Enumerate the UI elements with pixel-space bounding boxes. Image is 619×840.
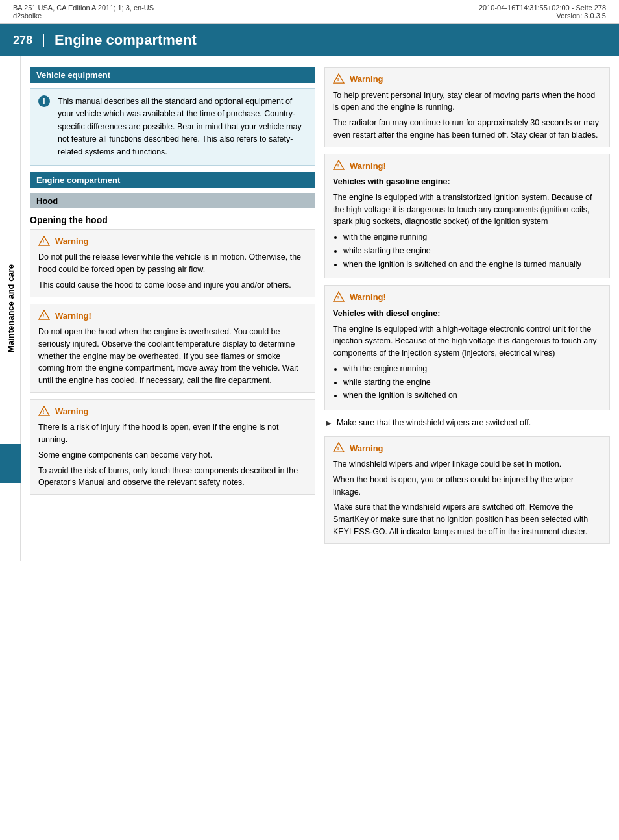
- vehicle-equipment-box: i This manual describes all the standard…: [30, 88, 315, 166]
- opening-hood-heading: Opening the hood: [30, 215, 315, 225]
- right-warning-2-text: Vehicles with gasoline engine: The engin…: [333, 176, 601, 270]
- left-warning-1-header: ! Warning: [38, 235, 307, 248]
- action-item: ► Make sure that the windshield wipers a…: [324, 417, 610, 430]
- left-warning-1-text: Do not pull the release lever while the …: [38, 251, 307, 291]
- warning-triangle-icon-r3: !: [333, 291, 346, 303]
- right-warning-2: ! Warning! Vehicles with gasoline engine…: [324, 154, 610, 279]
- left-warning-2-text: Do not open the hood when the engine is …: [38, 326, 307, 387]
- left-warning-1: ! Warning Do not pull the release lever …: [30, 229, 315, 297]
- svg-text:!: !: [337, 164, 339, 169]
- warning-triangle-icon-r2: !: [333, 160, 346, 171]
- svg-text:!: !: [43, 409, 45, 415]
- left-warning-3: ! Warning There is a risk of injury if t…: [30, 399, 315, 495]
- warning-triangle-icon-1: !: [38, 236, 51, 247]
- left-warning-2: ! Warning! Do not open the hood when the…: [30, 304, 315, 393]
- action-text: Make sure that the windshield wipers are…: [337, 417, 531, 430]
- vehicle-equipment-text: This manual describes all the standard a…: [58, 95, 307, 158]
- right-warning-2-list: with the engine running while starting t…: [343, 231, 601, 270]
- right-column: ! Warning To help prevent personal injur…: [324, 67, 610, 550]
- info-icon: i: [38, 95, 50, 107]
- sidebar: Maintenance and care: [0, 56, 21, 561]
- svg-text:!: !: [337, 77, 339, 82]
- warning-triangle-icon-2: !: [38, 310, 51, 321]
- vehicle-equipment-header: Vehicle equipment: [30, 67, 315, 83]
- warning-triangle-icon-r4: !: [333, 442, 346, 454]
- warning-triangle-icon-r1: !: [333, 73, 346, 85]
- meta-bar: BA 251 USA, CA Edition A 2011; 1; 3, en-…: [0, 0, 619, 24]
- meta-left: BA 251 USA, CA Edition A 2011; 1; 3, en-…: [13, 4, 154, 19]
- right-warning-4-text: The windshield wipers and wiper linkage …: [333, 458, 601, 538]
- left-warning-3-text: There is a risk of injury if the hood is…: [38, 421, 307, 489]
- left-column: Vehicle equipment i This manual describe…: [30, 67, 315, 550]
- engine-compartment-header: Engine compartment: [30, 172, 315, 188]
- right-warning-3-list: with the engine running while starting t…: [343, 363, 601, 402]
- svg-text:!: !: [337, 295, 339, 301]
- right-warning-1: ! Warning To help prevent personal injur…: [324, 67, 610, 147]
- warning-triangle-icon-3: !: [38, 406, 51, 417]
- right-warning-3-text: Vehicles with diesel engine: The engine …: [333, 308, 601, 402]
- sidebar-accent: [0, 444, 21, 483]
- svg-text:!: !: [43, 314, 45, 319]
- right-warning-4-header: ! Warning: [333, 442, 601, 455]
- right-warning-2-header: ! Warning!: [333, 160, 601, 173]
- right-warning-1-header: ! Warning: [333, 73, 601, 86]
- main-columns: Vehicle equipment i This manual describe…: [21, 56, 619, 561]
- meta-right: 2010-04-16T14:31:55+02:00 - Seite 278 Ve…: [479, 4, 606, 19]
- sidebar-label: Maintenance and care: [5, 264, 15, 352]
- action-arrow-icon: ►: [324, 417, 333, 430]
- svg-text:!: !: [337, 446, 339, 452]
- page-title: Engine compartment: [55, 32, 197, 49]
- hood-header: Hood: [30, 193, 315, 208]
- right-warning-3: ! Warning! Vehicles with diesel engine: …: [324, 285, 610, 410]
- page-number: 278: [13, 34, 44, 47]
- left-warning-3-header: ! Warning: [38, 405, 307, 418]
- content-area: Maintenance and care Vehicle equipment i…: [0, 56, 619, 561]
- page-header: 278 Engine compartment: [0, 24, 619, 56]
- right-warning-3-header: ! Warning!: [333, 291, 601, 304]
- left-warning-2-header: ! Warning!: [38, 310, 307, 323]
- right-warning-4: ! Warning The windshield wipers and wipe…: [324, 436, 610, 544]
- right-warning-1-text: To help prevent personal injury, stay cl…: [333, 90, 601, 142]
- svg-text:!: !: [43, 239, 45, 245]
